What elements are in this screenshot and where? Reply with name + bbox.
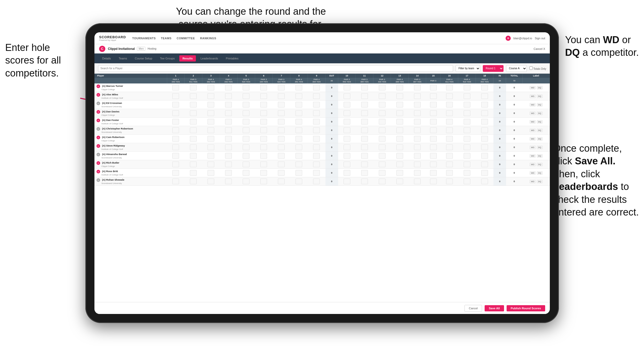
hole-15-input-10[interactable] [430, 170, 437, 176]
hole-12-input-2[interactable] [379, 102, 386, 107]
hole-6-input-3[interactable] [260, 110, 267, 116]
hole-7-input-3[interactable] [278, 110, 285, 116]
hole-11-input-6[interactable] [361, 136, 368, 142]
hole-3-input-6[interactable] [208, 136, 214, 142]
hole-15-input-2[interactable] [430, 102, 437, 107]
hole-7-input-7[interactable] [278, 144, 285, 150]
hole-3-input-9[interactable] [208, 162, 214, 167]
hole-4-input-0[interactable] [225, 85, 232, 90]
hole-5-input-5[interactable] [243, 127, 249, 133]
hole-14-input-11[interactable] [414, 179, 421, 184]
hole-15-input-9[interactable] [430, 162, 437, 167]
nav-tournaments[interactable]: TOURNAMENTS [132, 36, 156, 41]
hole-3-input-2[interactable] [208, 102, 214, 107]
hole-8-input-11[interactable] [295, 179, 302, 184]
hole-8-input-8[interactable] [295, 153, 302, 159]
hole-2-input-11[interactable] [190, 179, 197, 184]
hole-18-input-4[interactable] [481, 119, 488, 125]
hole-7-input-8[interactable] [278, 153, 285, 159]
hole-16-input-9[interactable] [446, 162, 453, 167]
hole-13-input-11[interactable] [396, 179, 403, 184]
hole-13-input-1[interactable] [396, 93, 403, 99]
dq-button-5[interactable]: DQ [537, 129, 543, 132]
hole-7-input-0[interactable] [278, 85, 285, 90]
hole-14-input-8[interactable] [414, 153, 421, 159]
hole-12-input-0[interactable] [379, 85, 386, 90]
hole-5-input-1[interactable] [243, 93, 249, 99]
hole-11-input-2[interactable] [361, 102, 368, 107]
hole-2-input-3[interactable] [190, 110, 197, 116]
hole-16-input-4[interactable] [446, 119, 453, 125]
hole-8-input-0[interactable] [295, 85, 302, 90]
hole-3-input-5[interactable] [208, 127, 214, 133]
hole-11-input-4[interactable] [361, 119, 368, 125]
hole-3-input-4[interactable] [208, 119, 214, 125]
hole-8-input-5[interactable] [295, 127, 302, 133]
hole-8-input-1[interactable] [295, 93, 302, 99]
hole-11-input-10[interactable] [361, 170, 368, 176]
hole-2-input-8[interactable] [190, 153, 197, 159]
hole-2-input-6[interactable] [190, 136, 197, 142]
hole-15-input-6[interactable] [430, 136, 437, 142]
hole-6-input-0[interactable] [260, 85, 267, 90]
hole-8-input-3[interactable] [295, 110, 302, 116]
hole-15-input-0[interactable] [430, 85, 437, 90]
hole-18-input-2[interactable] [481, 102, 488, 107]
hole-15-input-5[interactable] [430, 127, 437, 133]
dq-button-1[interactable]: DQ [537, 95, 543, 98]
hole-1-input-11[interactable] [172, 179, 179, 184]
hole-18-input-8[interactable] [481, 153, 488, 159]
hole-4-input-5[interactable] [225, 127, 232, 133]
dq-button-2[interactable]: DQ [537, 103, 543, 106]
hole-5-input-7[interactable] [243, 144, 249, 150]
hole-7-input-11[interactable] [278, 179, 285, 184]
hole-8-input-10[interactable] [295, 170, 302, 176]
hole-8-input-6[interactable] [295, 136, 302, 142]
hole-1-input-1[interactable] [172, 93, 179, 99]
hole-6-input-7[interactable] [260, 144, 267, 150]
hole-5-input-10[interactable] [243, 170, 249, 176]
hole-13-input-5[interactable] [396, 127, 403, 133]
hole-16-input-0[interactable] [446, 85, 453, 90]
hole-15-input-3[interactable] [430, 110, 437, 116]
hole-18-input-10[interactable] [481, 170, 488, 176]
hole-17-input-5[interactable] [464, 127, 470, 133]
hole-9-input-11[interactable] [313, 179, 320, 184]
hole-9-input-0[interactable] [313, 85, 320, 90]
hole-13-input-10[interactable] [396, 170, 403, 176]
wd-button-5[interactable]: WD [530, 129, 536, 132]
hole-11-input-0[interactable] [361, 85, 368, 90]
hole-2-input-0[interactable] [190, 85, 197, 90]
hole-10-input-6[interactable] [344, 136, 350, 142]
hole-8-input-4[interactable] [295, 119, 302, 125]
wd-button-8[interactable]: WD [530, 154, 536, 158]
hole-13-input-7[interactable] [396, 144, 403, 150]
hole-10-input-10[interactable] [344, 170, 350, 176]
hole-10-input-7[interactable] [344, 144, 350, 150]
hole-17-input-11[interactable] [464, 179, 470, 184]
tab-leaderboards[interactable]: Leaderboards [197, 55, 221, 61]
hole-14-input-3[interactable] [414, 110, 421, 116]
hole-13-input-3[interactable] [396, 110, 403, 116]
hole-14-input-0[interactable] [414, 85, 421, 90]
hole-12-input-10[interactable] [379, 170, 386, 176]
hole-1-input-3[interactable] [172, 110, 179, 116]
hole-18-input-9[interactable] [481, 162, 488, 167]
hole-17-input-6[interactable] [464, 136, 470, 142]
hole-1-input-4[interactable] [172, 119, 179, 125]
totals-only-checkbox[interactable] [529, 66, 533, 70]
hole-3-input-1[interactable] [208, 93, 214, 99]
hole-4-input-10[interactable] [225, 170, 232, 176]
dq-button-3[interactable]: DQ [537, 112, 543, 115]
hole-18-input-3[interactable] [481, 110, 488, 116]
hole-8-input-7[interactable] [295, 144, 302, 150]
hole-17-input-0[interactable] [464, 85, 470, 90]
publish-round-scores-button[interactable]: Publish Round Scores [507, 305, 545, 311]
hole-18-input-6[interactable] [481, 136, 488, 142]
hole-8-input-2[interactable] [295, 102, 302, 107]
filter-team-select[interactable]: Filter by team [456, 65, 480, 72]
hole-9-input-9[interactable] [313, 162, 320, 167]
tab-tee-groups[interactable]: Tee Groups [157, 55, 178, 61]
hole-14-input-5[interactable] [414, 127, 421, 133]
hole-10-input-9[interactable] [344, 162, 350, 167]
